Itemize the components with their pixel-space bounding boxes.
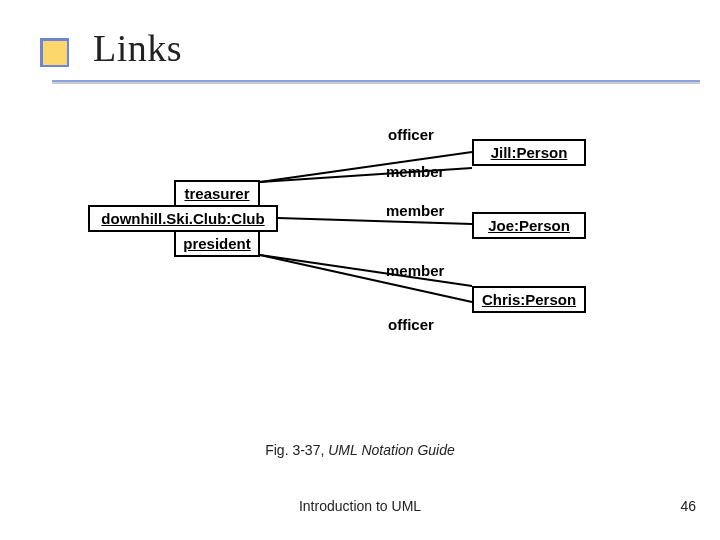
- role-label: member: [386, 202, 444, 219]
- node-treasurer: treasurer: [174, 180, 260, 207]
- node-label: president: [183, 235, 251, 252]
- role-label: officer: [388, 316, 434, 333]
- page-number: 46: [680, 498, 696, 514]
- node-label: Joe:Person: [488, 217, 570, 234]
- role-label: officer: [388, 126, 434, 143]
- header-rule: [52, 80, 700, 82]
- node-chris: Chris:Person: [472, 286, 586, 313]
- links-diagram: downhill.Ski.Club:Club treasurer preside…: [88, 108, 636, 392]
- node-club: downhill.Ski.Club:Club: [88, 205, 278, 232]
- role-label: member: [386, 262, 444, 279]
- node-jill: Jill:Person: [472, 139, 586, 166]
- node-label: treasurer: [184, 185, 249, 202]
- node-president: president: [174, 230, 260, 257]
- footer-text: Introduction to UML: [0, 498, 720, 514]
- caption-italic: UML Notation Guide: [328, 442, 455, 458]
- bullet-icon: [40, 38, 69, 67]
- page-title: Links: [93, 26, 182, 70]
- node-label: downhill.Ski.Club:Club: [101, 210, 264, 227]
- figure-caption: Fig. 3-37, UML Notation Guide: [0, 442, 720, 458]
- node-label: Chris:Person: [482, 291, 576, 308]
- role-label: member: [386, 163, 444, 180]
- node-label: Jill:Person: [491, 144, 568, 161]
- node-joe: Joe:Person: [472, 212, 586, 239]
- caption-prefix: Fig. 3-37,: [265, 442, 328, 458]
